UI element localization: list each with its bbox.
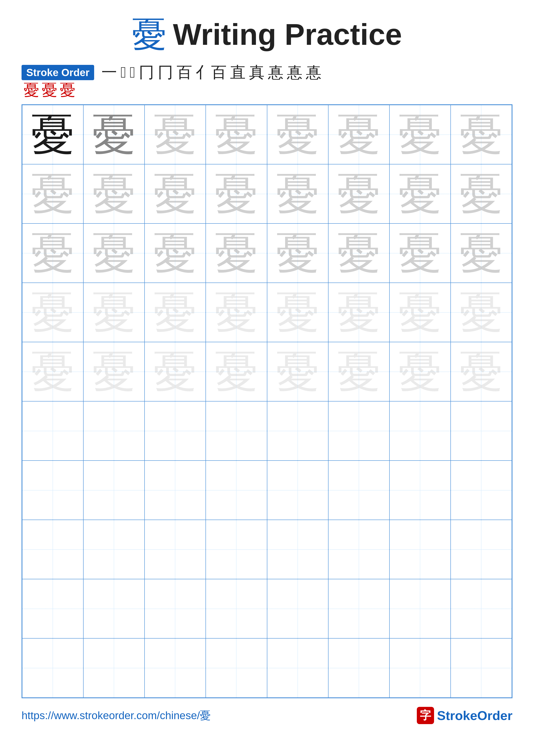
cell-char: 憂 [84,283,144,342]
table-row: 憂憂憂憂憂憂憂憂 [22,224,512,283]
stroke-6: 百 [175,65,193,80]
cell-char [206,461,267,520]
table-cell [390,638,451,698]
table-cell [144,579,206,638]
table-cell: 憂 [22,224,83,283]
cell-char [84,579,144,638]
cell-char [328,520,389,579]
cell-char: 憂 [22,164,83,223]
cell-char: 憂 [145,342,206,401]
cell-char: 憂 [451,164,512,223]
stroke-chars-row1: 一 𠃋 𠃌 冂 冂 百 亻百 直 真 惪 惪 惪 [100,65,323,80]
table-cell: 憂 [83,283,144,342]
cell-char: 憂 [267,164,328,223]
cell-char [328,579,389,638]
stroke-order-row2: 憂 憂 憂 [21,82,513,98]
table-cell: 憂 [267,105,328,164]
stroke-8: 直 [229,65,247,80]
stroke-4: 冂 [138,65,156,80]
table-cell: 憂 [328,164,390,224]
table-cell: 憂 [267,224,328,283]
table-cell [206,401,267,461]
table-cell [22,401,83,461]
stroke-order-row: Stroke Order 一 𠃋 𠃌 冂 冂 百 亻百 直 真 惪 惪 惪 [21,65,513,80]
table-cell [206,520,267,579]
table-row [22,520,512,579]
stroke-r2: 憂 [40,82,59,98]
table-cell: 憂 [267,283,328,342]
table-row: 憂憂憂憂憂憂憂憂 [22,283,512,342]
cell-char: 憂 [328,342,389,401]
table-cell [144,461,206,520]
cell-char [451,401,512,460]
table-cell [83,638,144,698]
cell-char: 憂 [84,105,144,164]
table-cell: 憂 [328,283,390,342]
stroke-order-label: Stroke Order [21,65,94,80]
table-cell: 憂 [390,342,451,401]
table-cell [144,401,206,461]
cell-char: 憂 [145,224,206,283]
table-cell [144,638,206,698]
cell-char [22,461,83,520]
table-cell: 憂 [267,164,328,224]
footer-logo-icon: 字 [417,707,434,724]
cell-char [390,401,450,460]
cell-char [328,461,389,520]
page: 憂 Writing Practice Stroke Order 一 𠃋 𠃌 冂 … [0,0,534,756]
table-cell [83,579,144,638]
cell-char: 憂 [206,224,267,283]
cell-char [267,579,328,638]
table-cell: 憂 [451,342,512,401]
table-cell: 憂 [328,224,390,283]
practice-grid-wrapper: 憂憂憂憂憂憂憂憂憂憂憂憂憂憂憂憂憂憂憂憂憂憂憂憂憂憂憂憂憂憂憂憂憂憂憂憂憂憂憂憂 [21,104,513,698]
cell-char [206,520,267,579]
table-cell [83,461,144,520]
cell-char [390,579,450,638]
cell-char: 憂 [328,224,389,283]
stroke-order-section: Stroke Order 一 𠃋 𠃌 冂 冂 百 亻百 直 真 惪 惪 惪 憂 … [21,65,513,98]
stroke-3: 𠃌 [128,65,137,80]
table-cell: 憂 [328,342,390,401]
table-cell [267,520,328,579]
table-cell [328,638,390,698]
table-cell [390,461,451,520]
cell-char: 憂 [206,105,267,164]
cell-char [390,520,450,579]
table-cell: 憂 [144,283,206,342]
table-cell [328,579,390,638]
cell-char: 憂 [267,342,328,401]
cell-char [451,461,512,520]
table-cell [267,401,328,461]
table-cell [390,579,451,638]
cell-char: 憂 [206,342,267,401]
table-cell [22,461,83,520]
table-cell: 憂 [206,342,267,401]
table-cell: 憂 [451,105,512,164]
table-cell: 憂 [83,105,144,164]
cell-char [22,520,83,579]
cell-char: 憂 [390,283,450,342]
table-cell: 憂 [144,164,206,224]
table-cell: 憂 [206,283,267,342]
cell-char: 憂 [451,105,512,164]
cell-char: 憂 [267,105,328,164]
cell-char [206,579,267,638]
table-row: 憂憂憂憂憂憂憂憂 [22,105,512,164]
cell-char [84,401,144,460]
cell-char [390,461,450,520]
cell-char [451,638,512,697]
table-cell [451,638,512,698]
table-cell: 憂 [22,342,83,401]
cell-char [451,520,512,579]
table-cell [83,520,144,579]
table-cell [451,401,512,461]
cell-char: 憂 [206,164,267,223]
cell-char [145,638,206,697]
title-text: Writing Practice [173,19,402,50]
footer-logo-text: StrokeOrder [437,708,513,723]
cell-char [267,401,328,460]
footer-url[interactable]: https://www.strokeorder.com/chinese/憂 [21,708,211,723]
table-cell [144,520,206,579]
table-cell: 憂 [390,283,451,342]
